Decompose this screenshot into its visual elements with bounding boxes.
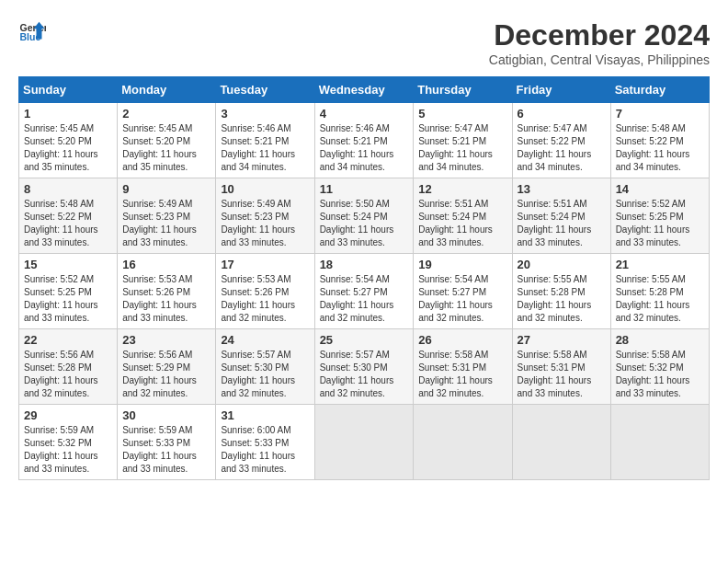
table-row — [414, 405, 512, 480]
table-row: 19 Sunrise: 5:54 AM Sunset: 5:27 PM Dayl… — [414, 254, 512, 329]
table-row: 8 Sunrise: 5:48 AM Sunset: 5:22 PM Dayli… — [19, 178, 118, 254]
header-tuesday: Tuesday — [216, 77, 314, 103]
table-row: 29 Sunrise: 5:59 AM Sunset: 5:32 PM Dayl… — [19, 405, 118, 480]
header-sunday: Sunday — [19, 77, 118, 103]
table-row: 4 Sunrise: 5:46 AM Sunset: 5:21 PM Dayli… — [314, 103, 414, 178]
table-row: 31 Sunrise: 6:00 AM Sunset: 5:33 PM Dayl… — [216, 405, 314, 480]
table-row: 25 Sunrise: 5:57 AM Sunset: 5:30 PM Dayl… — [314, 329, 414, 405]
table-row: 18 Sunrise: 5:54 AM Sunset: 5:27 PM Dayl… — [314, 254, 414, 329]
header-thursday: Thursday — [414, 77, 512, 103]
table-row — [314, 405, 414, 480]
table-row: 24 Sunrise: 5:57 AM Sunset: 5:30 PM Dayl… — [216, 329, 314, 405]
table-row: 10 Sunrise: 5:49 AM Sunset: 5:23 PM Dayl… — [216, 178, 314, 254]
logo: General Blue — [18, 18, 46, 46]
table-row: 12 Sunrise: 5:51 AM Sunset: 5:24 PM Dayl… — [414, 178, 512, 254]
month-year-title: December 2024 — [489, 18, 710, 52]
table-row: 2 Sunrise: 5:45 AM Sunset: 5:20 PM Dayli… — [118, 103, 216, 178]
logo-icon: General Blue — [18, 18, 46, 46]
header-saturday: Saturday — [610, 77, 709, 103]
table-row: 17 Sunrise: 5:53 AM Sunset: 5:26 PM Dayl… — [216, 254, 314, 329]
table-row: 23 Sunrise: 5:56 AM Sunset: 5:29 PM Dayl… — [118, 329, 216, 405]
table-row: 7 Sunrise: 5:48 AM Sunset: 5:22 PM Dayli… — [610, 103, 709, 178]
location-subtitle: Catigbian, Central Visayas, Philippines — [489, 52, 710, 67]
table-row — [512, 405, 610, 480]
table-row: 6 Sunrise: 5:47 AM Sunset: 5:22 PM Dayli… — [512, 103, 610, 178]
table-row: 9 Sunrise: 5:49 AM Sunset: 5:23 PM Dayli… — [118, 178, 216, 254]
table-row: 15 Sunrise: 5:52 AM Sunset: 5:25 PM Dayl… — [19, 254, 118, 329]
calendar-table: Sunday Monday Tuesday Wednesday Thursday… — [18, 76, 710, 480]
table-row: 13 Sunrise: 5:51 AM Sunset: 5:24 PM Dayl… — [512, 178, 610, 254]
title-block: December 2024 Catigbian, Central Visayas… — [489, 18, 710, 67]
table-row: 1 Sunrise: 5:45 AM Sunset: 5:20 PM Dayli… — [19, 103, 118, 178]
table-row: 26 Sunrise: 5:58 AM Sunset: 5:31 PM Dayl… — [414, 329, 512, 405]
page-header: General Blue December 2024 Catigbian, Ce… — [18, 18, 710, 67]
table-row — [610, 405, 709, 480]
table-row: 21 Sunrise: 5:55 AM Sunset: 5:28 PM Dayl… — [610, 254, 709, 329]
table-row: 27 Sunrise: 5:58 AM Sunset: 5:31 PM Dayl… — [512, 329, 610, 405]
calendar-header-row: Sunday Monday Tuesday Wednesday Thursday… — [19, 77, 710, 103]
table-row: 3 Sunrise: 5:46 AM Sunset: 5:21 PM Dayli… — [216, 103, 314, 178]
header-wednesday: Wednesday — [314, 77, 414, 103]
table-row: 20 Sunrise: 5:55 AM Sunset: 5:28 PM Dayl… — [512, 254, 610, 329]
table-row: 16 Sunrise: 5:53 AM Sunset: 5:26 PM Dayl… — [118, 254, 216, 329]
table-row: 5 Sunrise: 5:47 AM Sunset: 5:21 PM Dayli… — [414, 103, 512, 178]
table-row: 22 Sunrise: 5:56 AM Sunset: 5:28 PM Dayl… — [19, 329, 118, 405]
table-row: 30 Sunrise: 5:59 AM Sunset: 5:33 PM Dayl… — [118, 405, 216, 480]
table-row: 28 Sunrise: 5:58 AM Sunset: 5:32 PM Dayl… — [610, 329, 709, 405]
table-row: 11 Sunrise: 5:50 AM Sunset: 5:24 PM Dayl… — [314, 178, 414, 254]
header-friday: Friday — [512, 77, 610, 103]
header-monday: Monday — [118, 77, 216, 103]
table-row: 14 Sunrise: 5:52 AM Sunset: 5:25 PM Dayl… — [610, 178, 709, 254]
